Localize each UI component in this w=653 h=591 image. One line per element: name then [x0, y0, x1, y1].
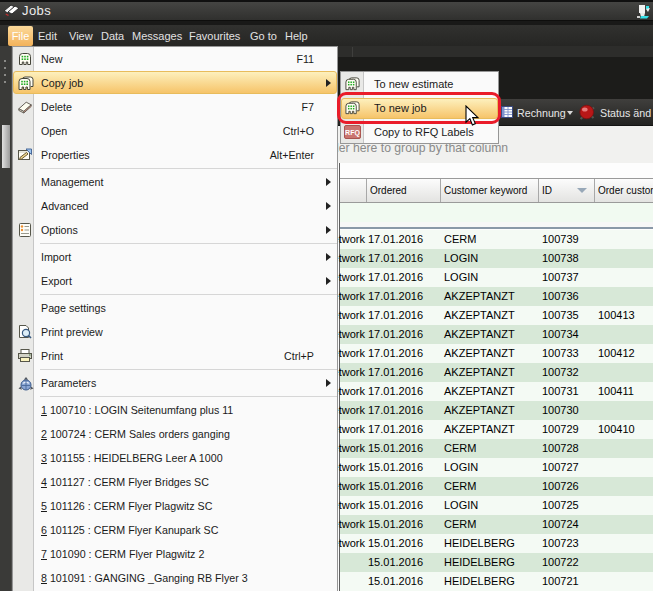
svg-text:RFQ: RFQ [345, 129, 360, 137]
